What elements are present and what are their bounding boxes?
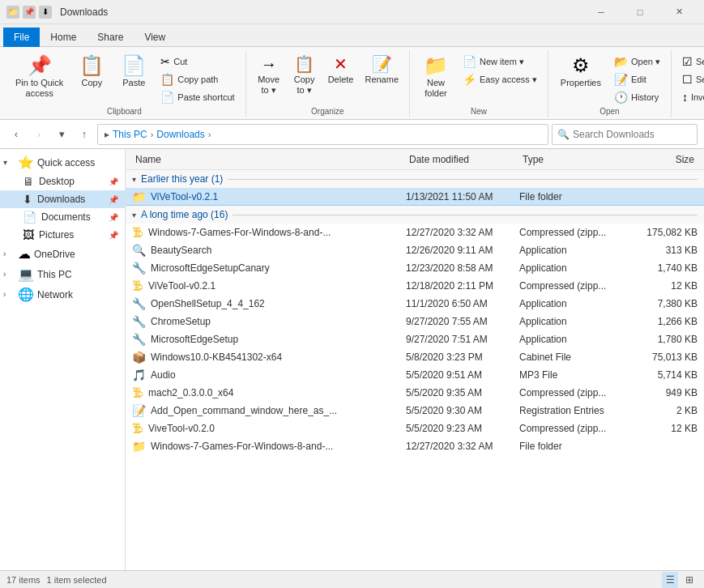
tab-home[interactable]: Home: [40, 28, 87, 47]
file-row-9[interactable]: 🗜 mach2_0.3.0.0_x64 5/5/2020 9:35 AM Com…: [126, 384, 704, 402]
sidebar-item-pictures[interactable]: 🖼 Pictures 📌: [0, 226, 125, 244]
group-header-longtime[interactable]: ▾ A long time ago (16): [126, 206, 704, 224]
sidebar-group-onedrive[interactable]: › ☁ OneDrive: [0, 244, 125, 264]
documents-icon: 📄: [23, 211, 36, 224]
close-button[interactable]: ✕: [660, 0, 698, 24]
copy-to-button[interactable]: 📋 Copyto ▾: [288, 52, 321, 107]
title-bar: 📁 📌 ⬇ Downloads ─ □ ✕: [0, 0, 704, 24]
pin-label: Pin to Quickaccess: [15, 78, 63, 99]
open-content: ⚙ Properties 📂 Open ▾ 📝 Edit 🕐 History: [555, 50, 664, 107]
search-box[interactable]: 🔍: [552, 124, 698, 145]
copy-path-button[interactable]: 📋 Copy path: [156, 71, 238, 87]
path-thispc[interactable]: This PC: [113, 129, 147, 140]
pictures-label: Pictures: [39, 229, 74, 241]
longtime-arrow: ▾: [132, 211, 136, 219]
group-header-earlier[interactable]: ▾ Earlier this year (1): [126, 170, 704, 188]
file-size-7: 75,013 KB: [625, 352, 698, 363]
file-name-3: ViVeTool-v0.2.1: [148, 280, 406, 292]
tab-file[interactable]: File: [3, 28, 40, 47]
file-row-10[interactable]: 📝 Add_Open_command_window_here_as_... 5/…: [126, 402, 704, 420]
sidebar-item-documents[interactable]: 📄 Documents 📌: [0, 208, 125, 226]
file-row-6[interactable]: 🔧 MicrosoftEdgeSetup 9/27/2020 7:51 AM A…: [126, 330, 704, 348]
file-row-2[interactable]: 🔧 MicrosoftEdgeSetupCanary 12/23/2020 8:…: [126, 259, 704, 277]
tab-share[interactable]: Share: [87, 28, 134, 47]
file-size-2: 1,740 KB: [625, 262, 698, 274]
up-button[interactable]: ↑: [75, 125, 94, 144]
file-row-11[interactable]: 🗜 ViveTool-v0.2.0 5/5/2020 9:23 AM Compr…: [126, 420, 704, 437]
ribbon-group-open: ⚙ Properties 📂 Open ▾ 📝 Edit 🕐 History O…: [548, 50, 672, 117]
file-icon-1: 🔍: [132, 244, 146, 257]
file-icon-9: 🗜: [132, 386, 143, 399]
pin-icon: 📌: [28, 56, 52, 75]
file-name-5: ChromeSetup: [151, 316, 406, 327]
address-path[interactable]: ▸ This PC › Downloads ›: [97, 124, 548, 145]
file-row-1[interactable]: 🔍 BeautySearch 12/26/2020 9:11 AM Applic…: [126, 241, 704, 259]
easy-access-button[interactable]: ⚡ Easy access ▾: [459, 71, 541, 87]
file-row-4[interactable]: 🔧 OpenShellSetup_4_4_162 11/1/2020 6:50 …: [126, 295, 704, 313]
file-size-3: 12 KB: [625, 280, 698, 292]
file-date-5: 9/27/2020 7:55 AM: [406, 316, 519, 327]
col-header-size[interactable]: Size: [625, 149, 698, 169]
new-item-button[interactable]: 📄 New item ▾: [459, 53, 541, 70]
col-header-date[interactable]: Date modified: [406, 149, 519, 169]
file-row-5[interactable]: 🔧 ChromeSetup 9/27/2020 7:55 AM Applicat…: [126, 313, 704, 330]
path-downloads[interactable]: Downloads: [156, 129, 204, 140]
properties-button[interactable]: ⚙ Properties: [555, 52, 607, 107]
edit-button[interactable]: 📝 Edit: [610, 71, 664, 87]
col-header-name[interactable]: Name: [132, 149, 406, 169]
paste-shortcut-button[interactable]: 📄 Paste shortcut: [156, 89, 238, 105]
copy-button[interactable]: 📋 Copy: [72, 52, 111, 107]
file-row-7[interactable]: 📦 Windows10.0-KB4541302-x64 5/8/2020 3:2…: [126, 348, 704, 366]
search-input[interactable]: [573, 129, 692, 140]
minimize-button[interactable]: ─: [582, 0, 620, 24]
file-row-vivetool-0-2-1-folder[interactable]: 📁 ViVeTool-v0.2.1 1/13/2021 11:50 AM Fil…: [126, 188, 704, 206]
view-details-button[interactable]: ☰: [662, 572, 678, 588]
delete-label: Delete: [328, 75, 354, 85]
sidebar-item-downloads[interactable]: ⬇ Downloads 📌: [0, 190, 125, 208]
file-row-12[interactable]: 📁 Windows-7-Games-For-Windows-8-and-... …: [126, 437, 704, 455]
col-header-type[interactable]: Type: [519, 149, 625, 169]
file-type-11: Compressed (zipp...: [519, 423, 625, 434]
cut-button[interactable]: ✂ Cut: [156, 53, 238, 70]
file-row-3[interactable]: 🗜 ViVeTool-v0.2.1 12/18/2020 2:11 PM Com…: [126, 277, 704, 295]
file-row-0[interactable]: 🗜 Windows-7-Games-For-Windows-8-and-... …: [126, 224, 704, 241]
delete-button[interactable]: ✕ Delete: [324, 52, 358, 107]
properties-icon: ⚙: [572, 56, 590, 75]
file-row-8[interactable]: 🎵 Audio 5/5/2020 9:51 AM MP3 File 5,714 …: [126, 366, 704, 384]
edit-icon: 📝: [614, 73, 628, 86]
pin-button[interactable]: 📌 Pin to Quickaccess: [10, 52, 69, 107]
onedrive-icon: ☁: [18, 246, 31, 262]
sidebar-item-desktop[interactable]: 🖥 Desktop 📌: [0, 173, 125, 190]
recent-locations-button[interactable]: ▾: [52, 125, 71, 144]
sidebar-group-quickaccess[interactable]: ▾ ⭐ Quick access: [0, 152, 125, 173]
longtime-label: A long time ago (16): [141, 209, 228, 220]
select-none-button[interactable]: ☐ Select none: [678, 71, 704, 87]
sidebar-group-thispc[interactable]: › 💻 This PC: [0, 264, 125, 284]
paste-button[interactable]: 📄 Paste: [114, 52, 153, 107]
ribbon-group-select: ☑ Select all ☐ Select none ↕ Invert sele…: [672, 50, 704, 117]
select-all-button[interactable]: ☑ Select all: [678, 53, 704, 70]
file-size-6: 1,780 KB: [625, 334, 698, 345]
move-to-button[interactable]: → Moveto ▾: [253, 52, 285, 107]
maximize-button[interactable]: □: [621, 0, 659, 24]
view-large-icons-button[interactable]: ⊞: [681, 572, 698, 588]
rename-button[interactable]: 📝 Rename: [361, 52, 403, 107]
file-date-3: 12/18/2020 2:11 PM: [406, 280, 519, 292]
file-date-4: 11/1/2020 6:50 AM: [406, 298, 519, 309]
open-small-buttons: 📂 Open ▾ 📝 Edit 🕐 History: [610, 52, 664, 105]
open-button[interactable]: 📂 Open ▾: [610, 53, 664, 70]
sidebar-group-network[interactable]: › 🌐 Network: [0, 284, 125, 305]
forward-button[interactable]: ›: [29, 125, 49, 144]
back-button[interactable]: ‹: [6, 125, 26, 144]
file-type-6: Application: [519, 334, 625, 345]
history-button[interactable]: 🕐 History: [610, 89, 664, 105]
copy-label: Copy: [81, 78, 102, 88]
invert-selection-icon: ↕: [682, 91, 688, 104]
tab-view[interactable]: View: [134, 28, 176, 47]
file-rows-container: 🗜 Windows-7-Games-For-Windows-8-and-... …: [126, 224, 704, 455]
ribbon-group-new: 📁 Newfolder 📄 New item ▾ ⚡ Easy access ▾…: [410, 50, 548, 117]
status-bar: 17 items 1 item selected ☰ ⊞: [0, 570, 704, 588]
new-folder-button[interactable]: 📁 Newfolder: [416, 52, 455, 107]
file-type-1: Application: [519, 245, 625, 256]
invert-selection-button[interactable]: ↕ Invert selection: [678, 89, 704, 105]
